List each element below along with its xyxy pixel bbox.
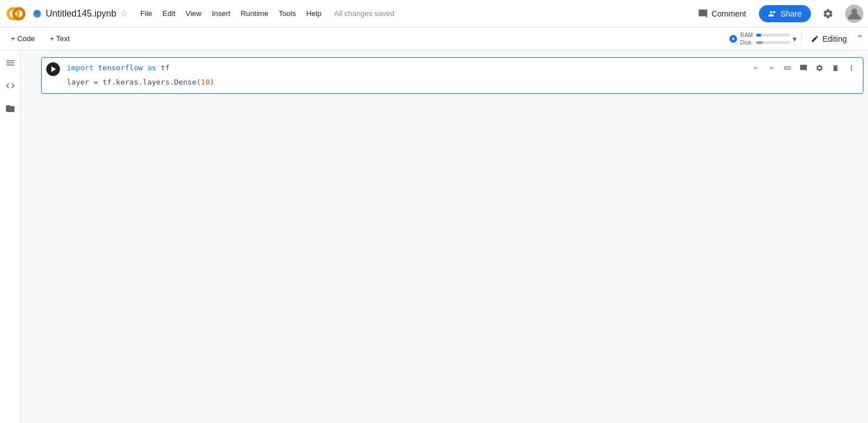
cell-toolbar	[749, 61, 858, 75]
runtime-connected-icon	[729, 34, 738, 43]
file-name[interactable]: Untitled145.ipynb	[46, 9, 116, 19]
editing-label: Editing	[822, 34, 847, 43]
menu-edit[interactable]: Edit	[158, 7, 180, 20]
notebook-area: import tensorflow as tf layer = tf.keras…	[21, 50, 868, 423]
resource-dropdown-arrow[interactable]: ▾	[793, 34, 797, 43]
delete-cell-button[interactable]	[829, 61, 842, 75]
menu-insert[interactable]: Insert	[207, 7, 235, 20]
resource-usage: RAM Disk	[740, 32, 790, 46]
colab-logo[interactable]	[5, 2, 27, 25]
main-content: import tensorflow as tf layer = tf.keras…	[0, 50, 868, 423]
code-line-2: layer = tf.keras.layers.Dense(10)	[67, 77, 858, 89]
add-text-button[interactable]: + Text	[43, 31, 76, 46]
gear-icon	[822, 8, 834, 19]
cell-wrapper: import tensorflow as tf layer = tf.keras…	[41, 57, 863, 94]
cell-container: import tensorflow as tf layer = tf.keras…	[21, 57, 868, 94]
ram-label: RAM	[740, 32, 754, 38]
menu-help[interactable]: Help	[302, 7, 326, 20]
left-sidebar	[0, 50, 21, 423]
move-up-button[interactable]	[749, 61, 762, 75]
sidebar-code-icon[interactable]	[2, 78, 18, 94]
link-cell-button[interactable]	[781, 61, 794, 75]
move-down-button[interactable]	[765, 61, 778, 75]
menu-file[interactable]: File	[136, 7, 157, 20]
disk-label: Disk	[740, 39, 754, 46]
cell-run-indicator	[21, 57, 41, 62]
user-avatar[interactable]	[845, 5, 863, 23]
sidebar-menu-icon[interactable]	[2, 55, 18, 71]
add-code-button[interactable]: + Code	[5, 31, 41, 46]
ram-progress-fill	[756, 34, 761, 37]
settings-button[interactable]	[818, 3, 838, 24]
comment-label: Comment	[712, 9, 746, 18]
file-title-area: Untitled145.ipynb ☆ File Edit View Inser…	[32, 7, 688, 20]
cell-settings-button[interactable]	[813, 61, 826, 75]
menu-runtime[interactable]: Runtime	[236, 7, 272, 20]
edit-pencil-icon	[811, 35, 819, 43]
menu-view[interactable]: View	[181, 7, 206, 20]
drive-icon	[32, 9, 42, 19]
cell-code-content[interactable]: import tensorflow as tf layer = tf.keras…	[42, 58, 863, 93]
share-icon	[768, 9, 777, 18]
comment-icon	[698, 9, 708, 19]
menu-bar: File Edit View Insert Runtime Tools Help	[136, 7, 326, 20]
share-label: Share	[781, 9, 802, 18]
sidebar-files-icon[interactable]	[2, 101, 18, 117]
disk-progress-bg	[756, 41, 790, 44]
avatar-image	[845, 5, 863, 23]
toolbar-right: RAM Disk ▾ Editing ⌃	[729, 32, 863, 46]
autosave-status: All changes saved	[334, 9, 395, 18]
more-options-button[interactable]	[845, 61, 858, 75]
share-button[interactable]: Share	[759, 5, 811, 22]
top-bar: Untitled145.ipynb ☆ File Edit View Inser…	[0, 0, 868, 27]
code-cell: import tensorflow as tf layer = tf.keras…	[41, 57, 863, 94]
disk-progress-fill	[756, 41, 763, 44]
editing-mode-button[interactable]: Editing	[806, 32, 851, 46]
top-right-controls: Comment Share	[692, 3, 863, 24]
run-cell-button[interactable]	[46, 62, 60, 76]
notebook-toolbar: + Code + Text RAM Disk	[0, 27, 868, 50]
cell-comment-button[interactable]	[797, 61, 810, 75]
run-triangle-icon	[51, 66, 56, 72]
menu-tools[interactable]: Tools	[274, 7, 300, 20]
comment-button[interactable]: Comment	[692, 5, 752, 22]
star-icon[interactable]: ☆	[120, 8, 128, 19]
collapse-toolbar-button[interactable]: ⌃	[856, 33, 863, 44]
ram-progress-bg	[756, 34, 790, 37]
code-line-1: import tensorflow as tf	[67, 62, 858, 74]
